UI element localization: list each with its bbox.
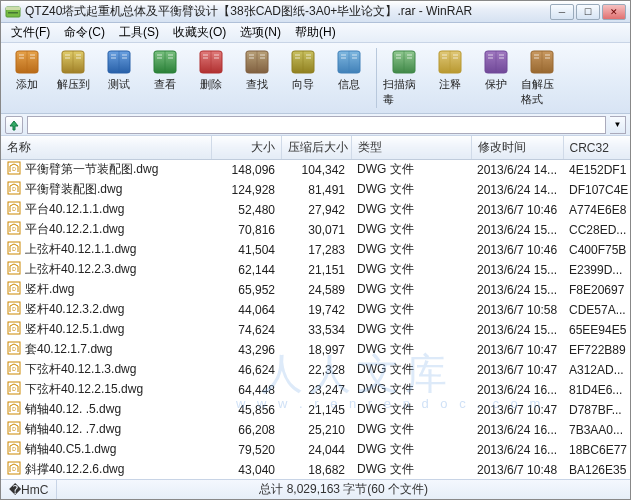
toolbar-add-label: 添加 xyxy=(16,77,38,92)
menu-item-5[interactable]: 帮助(H) xyxy=(289,22,342,43)
menubar: 文件(F)命令(C)工具(S)收藏夹(O)选项(N)帮助(H) xyxy=(1,23,630,43)
file-size-cell: 62,144 xyxy=(211,260,281,280)
toolbar-extract-to-label: 解压到 xyxy=(57,77,90,92)
file-type-cell: DWG 文件 xyxy=(351,300,471,320)
minimize-button[interactable]: ─ xyxy=(550,4,574,20)
file-crc-cell: BA126E35 xyxy=(563,460,630,480)
file-packed-cell: 23,247 xyxy=(281,380,351,400)
toolbar-protect-label: 保护 xyxy=(485,77,507,92)
file-size-cell: 124,928 xyxy=(211,180,281,200)
file-name-cell: D竖杆40.12.3.2.dwg xyxy=(1,300,211,320)
file-row[interactable]: D平衡臂装配图.dwg124,92881,491DWG 文件2013/6/24 … xyxy=(1,180,630,200)
app-icon xyxy=(5,4,21,20)
file-crc-cell: E2399D... xyxy=(563,260,630,280)
menu-item-4[interactable]: 选项(N) xyxy=(234,22,287,43)
file-crc-cell: D787BF... xyxy=(563,400,630,420)
extract-to-icon xyxy=(59,49,87,75)
menu-item-3[interactable]: 收藏夹(O) xyxy=(167,22,232,43)
file-modified-cell: 2013/6/24 15... xyxy=(471,280,563,300)
toolbar-find-button[interactable]: 查找 xyxy=(235,46,279,110)
menu-item-2[interactable]: 工具(S) xyxy=(113,22,165,43)
toolbar-protect-button[interactable]: 保护 xyxy=(474,46,518,110)
toolbar-add-button[interactable]: 添加 xyxy=(5,46,49,110)
file-packed-cell: 24,044 xyxy=(281,440,351,460)
file-name-cell: D平衡臂装配图.dwg xyxy=(1,180,211,200)
close-button[interactable]: ✕ xyxy=(602,4,626,20)
svg-text:D: D xyxy=(12,246,16,252)
file-row[interactable]: D套40.12.1.7.dwg43,29618,997DWG 文件2013/6/… xyxy=(1,340,630,360)
file-size-cell: 45,856 xyxy=(211,400,281,420)
file-list[interactable]: 名称 大小 压缩后大小 类型 修改时间 CRC32 D平衡臂第一节装配图.dwg… xyxy=(1,136,630,479)
file-row[interactable]: D平台40.12.1.1.dwg52,48027,942DWG 文件2013/6… xyxy=(1,200,630,220)
file-size-cell: 64,448 xyxy=(211,380,281,400)
file-row[interactable]: D销轴40.12. .5.dwg45,85621,145DWG 文件2013/6… xyxy=(1,400,630,420)
file-row[interactable]: D下弦杆40.12.2.15.dwg64,44823,247DWG 文件2013… xyxy=(1,380,630,400)
file-type-cell: DWG 文件 xyxy=(351,160,471,180)
file-row[interactable]: D竖杆.dwg65,95224,589DWG 文件2013/6/24 15...… xyxy=(1,280,630,300)
file-size-cell: 74,624 xyxy=(211,320,281,340)
file-name-cell: D下弦杆40.12.2.15.dwg xyxy=(1,380,211,400)
column-header-modified[interactable]: 修改时间 xyxy=(471,136,563,160)
toolbar-wizard-label: 向导 xyxy=(292,77,314,92)
file-row[interactable]: D斜撑40.12.2.6.dwg43,04018,682DWG 文件2013/6… xyxy=(1,460,630,480)
file-name-cell: D销轴40.C5.1.dwg xyxy=(1,440,211,460)
toolbar-view-label: 查看 xyxy=(154,77,176,92)
file-type-cell: DWG 文件 xyxy=(351,220,471,240)
toolbar-info-button[interactable]: 信息 xyxy=(327,46,371,110)
column-header-type[interactable]: 类型 xyxy=(351,136,471,160)
menu-item-1[interactable]: 命令(C) xyxy=(58,22,111,43)
file-type-cell: DWG 文件 xyxy=(351,280,471,300)
toolbar-delete-button[interactable]: 删除 xyxy=(189,46,233,110)
column-header-crc[interactable]: CRC32 xyxy=(563,136,630,160)
file-row[interactable]: D竖杆40.12.5.1.dwg74,62433,534DWG 文件2013/6… xyxy=(1,320,630,340)
file-row[interactable]: D销轴40.12. .7.dwg66,20825,210DWG 文件2013/6… xyxy=(1,420,630,440)
file-type-cell: DWG 文件 xyxy=(351,340,471,360)
toolbar-comment-button[interactable]: 注释 xyxy=(428,46,472,110)
file-row[interactable]: D平台40.12.2.1.dwg70,81630,071DWG 文件2013/6… xyxy=(1,220,630,240)
toolbar-wizard-button[interactable]: 向导 xyxy=(281,46,325,110)
column-header-size[interactable]: 大小 xyxy=(211,136,281,160)
file-row[interactable]: D平衡臂第一节装配图.dwg148,096104,342DWG 文件2013/6… xyxy=(1,160,630,180)
file-size-cell: 41,504 xyxy=(211,240,281,260)
path-dropdown-button[interactable]: ▼ xyxy=(610,116,626,134)
toolbar-sfx-button[interactable]: 自解压格式 xyxy=(520,46,564,110)
toolbar-extract-to-button[interactable]: 解压到 xyxy=(51,46,95,110)
file-row[interactable]: D销轴40.C5.1.dwg79,52024,044DWG 文件2013/6/2… xyxy=(1,440,630,460)
file-packed-cell: 33,534 xyxy=(281,320,351,340)
toolbar-test-button[interactable]: 测试 xyxy=(97,46,141,110)
file-modified-cell: 2013/6/7 10:46 xyxy=(471,200,563,220)
file-name-cell: D上弦杆40.12.2.3.dwg xyxy=(1,260,211,280)
file-crc-cell: DF107C4E xyxy=(563,180,630,200)
svg-text:D: D xyxy=(12,406,16,412)
toolbar-scan-virus-button[interactable]: 扫描病毒 xyxy=(382,46,426,110)
file-row[interactable]: D上弦杆40.12.1.1.dwg41,50417,283DWG 文件2013/… xyxy=(1,240,630,260)
file-row[interactable]: D竖杆40.12.3.2.dwg44,06419,742DWG 文件2013/6… xyxy=(1,300,630,320)
menu-item-0[interactable]: 文件(F) xyxy=(5,22,56,43)
scan-virus-icon xyxy=(390,49,418,75)
file-modified-cell: 2013/6/24 14... xyxy=(471,160,563,180)
file-size-cell: 43,296 xyxy=(211,340,281,360)
file-size-cell: 65,952 xyxy=(211,280,281,300)
file-packed-cell: 24,589 xyxy=(281,280,351,300)
file-size-cell: 79,520 xyxy=(211,440,281,460)
file-packed-cell: 17,283 xyxy=(281,240,351,260)
file-row[interactable]: D下弦杆40.12.1.3.dwg46,62422,328DWG 文件2013/… xyxy=(1,360,630,380)
file-row[interactable]: D上弦杆40.12.2.3.dwg62,14421,151DWG 文件2013/… xyxy=(1,260,630,280)
info-icon xyxy=(335,49,363,75)
file-packed-cell: 21,151 xyxy=(281,260,351,280)
file-type-cell: DWG 文件 xyxy=(351,240,471,260)
file-crc-cell: EF722B89 xyxy=(563,340,630,360)
toolbar-view-button[interactable]: 查看 xyxy=(143,46,187,110)
file-name-cell: D竖杆40.12.5.1.dwg xyxy=(1,320,211,340)
file-packed-cell: 27,942 xyxy=(281,200,351,220)
up-button[interactable] xyxy=(5,116,23,134)
path-input[interactable] xyxy=(27,116,606,134)
file-type-cell: DWG 文件 xyxy=(351,260,471,280)
file-modified-cell: 2013/6/24 15... xyxy=(471,320,563,340)
column-header-name[interactable]: 名称 xyxy=(1,136,211,160)
status-left: �HmC xyxy=(1,480,57,499)
maximize-button[interactable]: ☐ xyxy=(576,4,600,20)
file-crc-cell: A312AD... xyxy=(563,360,630,380)
column-header-packed[interactable]: 压缩后大小 xyxy=(281,136,351,160)
svg-text:D: D xyxy=(12,266,16,272)
